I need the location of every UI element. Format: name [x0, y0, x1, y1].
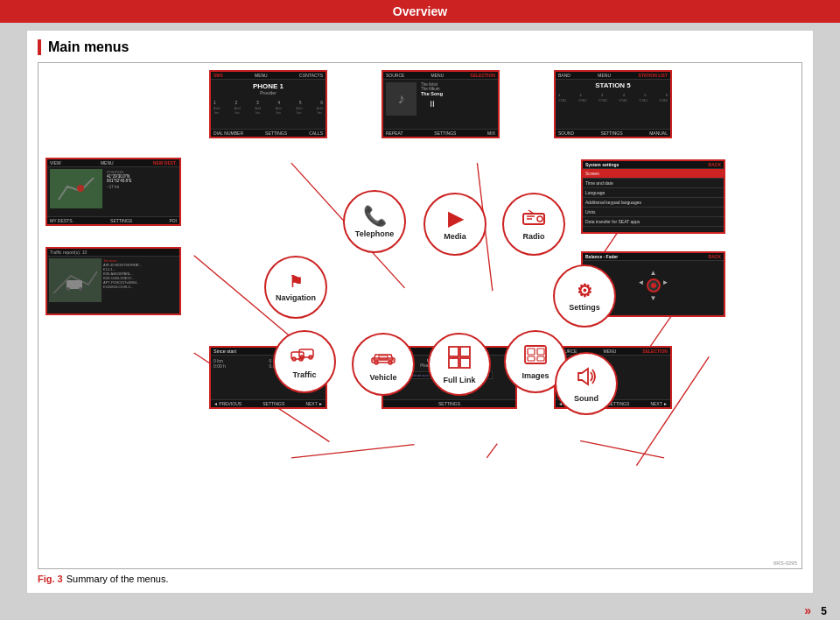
- svg-rect-36: [537, 349, 544, 355]
- svg-line-9: [580, 440, 664, 458]
- svg-point-17: [537, 216, 542, 222]
- arrow-right: »: [804, 603, 811, 617]
- svg-rect-30: [449, 347, 458, 356]
- main-diagram: SMS MENU CONTACTS PHONE 1 Provider 12345…: [38, 62, 802, 569]
- svg-rect-37: [528, 356, 535, 361]
- svg-line-7: [291, 445, 415, 458]
- svg-rect-31: [460, 347, 470, 356]
- thumb-settings: System settings BACK Screen Time and dat…: [581, 159, 725, 234]
- thumb-traffic: Traffic report(s): 10 Terrassa AIR-30 MO…: [46, 247, 181, 315]
- thumb-navigation: VIEW MENU NEW DEST. POSITION 41°29'30.0"…: [46, 158, 181, 226]
- circle-radio[interactable]: Radio: [502, 193, 565, 256]
- section-title: Main menus: [38, 39, 802, 55]
- svg-rect-16: [523, 214, 544, 224]
- svg-point-11: [77, 185, 84, 192]
- thumb-phone: SMS MENU CONTACTS PHONE 1 Provider 12345…: [209, 70, 327, 138]
- svg-point-15: [79, 287, 82, 291]
- svg-rect-38: [537, 356, 544, 361]
- page-number: 5: [821, 605, 827, 617]
- figure-caption: Fig. 3 Summary of the menus.: [38, 574, 802, 584]
- circle-vehicle[interactable]: Vehicle: [352, 333, 415, 396]
- circle-navigation[interactable]: ⚑ Navigation: [264, 256, 327, 319]
- watermark: 6RS-0295: [774, 560, 797, 566]
- svg-line-8: [486, 444, 497, 458]
- circle-traffic[interactable]: Traffic: [273, 330, 336, 393]
- svg-point-14: [66, 287, 70, 291]
- svg-rect-32: [449, 358, 458, 368]
- thumb-radio: BAND MENU STATION LIST STATION 5 123456 …: [554, 70, 672, 138]
- page-content: Main menus: [26, 30, 814, 594]
- svg-rect-35: [528, 349, 535, 355]
- page-number-area: » 5: [0, 601, 840, 620]
- thumb-media: SOURCE MENU SELECTION ♪ The Artist The A…: [382, 70, 500, 138]
- svg-rect-33: [460, 358, 470, 368]
- fig-caption-text: Summary of the menus.: [66, 574, 169, 584]
- circle-sound[interactable]: Sound: [555, 352, 618, 415]
- circle-telephone[interactable]: 📞 Telephone: [343, 190, 406, 253]
- page-header: Overview: [0, 0, 840, 23]
- circle-settings[interactable]: ⚙ Settings: [553, 264, 616, 328]
- circle-fulllink[interactable]: Full Link: [428, 333, 491, 396]
- fig-label: Fig. 3: [38, 574, 63, 584]
- circle-media[interactable]: ▶ Media: [424, 193, 486, 256]
